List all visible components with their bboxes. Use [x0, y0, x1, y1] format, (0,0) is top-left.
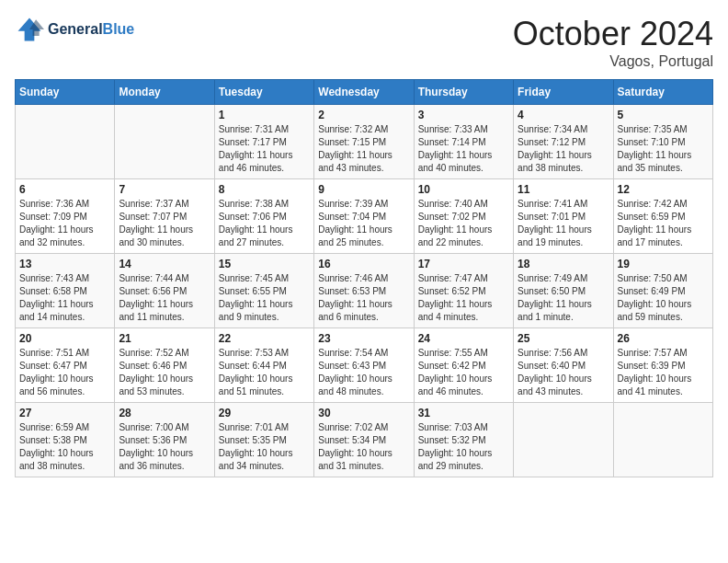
- day-info: Sunrise: 7:03 AM Sunset: 5:32 PM Dayligh…: [418, 421, 509, 473]
- week-row-5: 27Sunrise: 6:59 AM Sunset: 5:38 PM Dayli…: [16, 403, 713, 477]
- logo: GeneralBlue: [15, 15, 134, 44]
- header-tuesday: Tuesday: [214, 80, 313, 105]
- day-number: 5: [618, 109, 709, 121]
- day-cell: 25Sunrise: 7:56 AM Sunset: 6:40 PM Dayli…: [514, 328, 613, 403]
- day-info: Sunrise: 7:57 AM Sunset: 6:39 PM Dayligh…: [618, 347, 709, 398]
- day-info: Sunrise: 7:51 AM Sunset: 6:47 PM Dayligh…: [19, 347, 110, 398]
- day-cell: 21Sunrise: 7:52 AM Sunset: 6:46 PM Dayli…: [115, 328, 214, 403]
- day-number: 10: [418, 183, 509, 196]
- week-row-3: 13Sunrise: 7:43 AM Sunset: 6:58 PM Dayli…: [16, 254, 713, 328]
- header-friday: Friday: [514, 80, 613, 105]
- day-number: 30: [318, 407, 409, 419]
- day-cell: 26Sunrise: 7:57 AM Sunset: 6:39 PM Dayli…: [613, 328, 712, 403]
- day-cell: 17Sunrise: 7:47 AM Sunset: 6:52 PM Dayli…: [414, 254, 513, 328]
- day-info: Sunrise: 7:50 AM Sunset: 6:49 PM Dayligh…: [618, 272, 709, 324]
- week-row-1: 1Sunrise: 7:31 AM Sunset: 7:17 PM Daylig…: [16, 105, 713, 179]
- day-cell: 4Sunrise: 7:34 AM Sunset: 7:12 PM Daylig…: [514, 105, 613, 179]
- day-info: Sunrise: 7:44 AM Sunset: 6:56 PM Dayligh…: [119, 272, 210, 324]
- day-number: 22: [219, 332, 310, 345]
- day-cell: 2Sunrise: 7:32 AM Sunset: 7:15 PM Daylig…: [314, 105, 414, 179]
- day-number: 3: [418, 109, 509, 121]
- day-info: Sunrise: 6:59 AM Sunset: 5:38 PM Dayligh…: [19, 421, 110, 473]
- day-number: 14: [119, 258, 210, 270]
- day-info: Sunrise: 7:32 AM Sunset: 7:15 PM Dayligh…: [318, 123, 409, 175]
- day-number: 28: [119, 407, 210, 419]
- day-cell: 29Sunrise: 7:01 AM Sunset: 5:35 PM Dayli…: [214, 403, 313, 477]
- day-cell: 11Sunrise: 7:41 AM Sunset: 7:01 PM Dayli…: [514, 179, 613, 254]
- day-cell: [16, 105, 115, 179]
- header-sunday: Sunday: [16, 80, 115, 105]
- day-cell: 23Sunrise: 7:54 AM Sunset: 6:43 PM Dayli…: [314, 328, 414, 403]
- day-number: 29: [219, 407, 310, 419]
- day-cell: 22Sunrise: 7:53 AM Sunset: 6:44 PM Dayli…: [214, 328, 313, 403]
- day-info: Sunrise: 7:42 AM Sunset: 6:59 PM Dayligh…: [618, 198, 709, 249]
- location-subtitle: Vagos, Portugal: [513, 53, 713, 70]
- day-info: Sunrise: 7:46 AM Sunset: 6:53 PM Dayligh…: [318, 272, 409, 324]
- day-cell: 6Sunrise: 7:36 AM Sunset: 7:09 PM Daylig…: [16, 179, 115, 254]
- day-number: 7: [119, 183, 210, 196]
- day-cell: 14Sunrise: 7:44 AM Sunset: 6:56 PM Dayli…: [115, 254, 214, 328]
- day-cell: 9Sunrise: 7:39 AM Sunset: 7:04 PM Daylig…: [314, 179, 414, 254]
- header-wednesday: Wednesday: [314, 80, 414, 105]
- day-number: 31: [418, 407, 509, 419]
- day-number: 20: [19, 332, 110, 345]
- day-cell: 13Sunrise: 7:43 AM Sunset: 6:58 PM Dayli…: [16, 254, 115, 328]
- day-cell: 1Sunrise: 7:31 AM Sunset: 7:17 PM Daylig…: [214, 105, 313, 179]
- day-cell: 10Sunrise: 7:40 AM Sunset: 7:02 PM Dayli…: [414, 179, 513, 254]
- day-cell: 15Sunrise: 7:45 AM Sunset: 6:55 PM Dayli…: [214, 254, 313, 328]
- day-number: 8: [219, 183, 310, 196]
- day-number: 21: [119, 332, 210, 345]
- day-number: 11: [518, 183, 609, 196]
- day-cell: 28Sunrise: 7:00 AM Sunset: 5:36 PM Dayli…: [115, 403, 214, 477]
- day-cell: 30Sunrise: 7:02 AM Sunset: 5:34 PM Dayli…: [314, 403, 414, 477]
- day-number: 6: [19, 183, 110, 196]
- day-info: Sunrise: 7:54 AM Sunset: 6:43 PM Dayligh…: [318, 347, 409, 398]
- calendar-header-row: SundayMondayTuesdayWednesdayThursdayFrid…: [16, 80, 713, 105]
- day-info: Sunrise: 7:41 AM Sunset: 7:01 PM Dayligh…: [518, 198, 609, 249]
- day-number: 2: [318, 109, 409, 121]
- day-number: 12: [618, 183, 709, 196]
- day-number: 17: [418, 258, 509, 270]
- header-monday: Monday: [115, 80, 214, 105]
- logo-text: GeneralBlue: [48, 21, 134, 38]
- day-info: Sunrise: 7:34 AM Sunset: 7:12 PM Dayligh…: [518, 123, 609, 175]
- day-info: Sunrise: 7:33 AM Sunset: 7:14 PM Dayligh…: [418, 123, 509, 175]
- day-cell: 5Sunrise: 7:35 AM Sunset: 7:10 PM Daylig…: [613, 105, 712, 179]
- day-number: 19: [618, 258, 709, 270]
- day-cell: 18Sunrise: 7:49 AM Sunset: 6:50 PM Dayli…: [514, 254, 613, 328]
- day-info: Sunrise: 7:49 AM Sunset: 6:50 PM Dayligh…: [518, 272, 609, 324]
- day-number: 16: [318, 258, 409, 270]
- day-info: Sunrise: 7:53 AM Sunset: 6:44 PM Dayligh…: [219, 347, 310, 398]
- day-cell: 27Sunrise: 6:59 AM Sunset: 5:38 PM Dayli…: [16, 403, 115, 477]
- day-info: Sunrise: 7:31 AM Sunset: 7:17 PM Dayligh…: [219, 123, 310, 175]
- logo-icon: [15, 15, 44, 44]
- day-number: 1: [219, 109, 310, 121]
- day-cell: [115, 105, 214, 179]
- day-info: Sunrise: 7:56 AM Sunset: 6:40 PM Dayligh…: [518, 347, 609, 398]
- day-number: 9: [318, 183, 409, 196]
- day-cell: [514, 403, 613, 477]
- day-number: 13: [19, 258, 110, 270]
- month-title: October 2024: [513, 15, 713, 53]
- calendar-table: SundayMondayTuesdayWednesdayThursdayFrid…: [15, 79, 713, 477]
- day-info: Sunrise: 7:45 AM Sunset: 6:55 PM Dayligh…: [219, 272, 310, 324]
- week-row-2: 6Sunrise: 7:36 AM Sunset: 7:09 PM Daylig…: [16, 179, 713, 254]
- day-number: 25: [518, 332, 609, 345]
- day-cell: 16Sunrise: 7:46 AM Sunset: 6:53 PM Dayli…: [314, 254, 414, 328]
- day-number: 26: [618, 332, 709, 345]
- day-info: Sunrise: 7:01 AM Sunset: 5:35 PM Dayligh…: [219, 421, 310, 473]
- day-cell: 19Sunrise: 7:50 AM Sunset: 6:49 PM Dayli…: [613, 254, 712, 328]
- day-cell: 8Sunrise: 7:38 AM Sunset: 7:06 PM Daylig…: [214, 179, 313, 254]
- day-number: 4: [518, 109, 609, 121]
- day-number: 15: [219, 258, 310, 270]
- page-header: GeneralBlue October 2024 Vagos, Portugal: [15, 15, 713, 70]
- day-cell: 20Sunrise: 7:51 AM Sunset: 6:47 PM Dayli…: [16, 328, 115, 403]
- day-cell: [613, 403, 712, 477]
- day-info: Sunrise: 7:02 AM Sunset: 5:34 PM Dayligh…: [318, 421, 409, 473]
- day-info: Sunrise: 7:35 AM Sunset: 7:10 PM Dayligh…: [618, 123, 709, 175]
- day-number: 24: [418, 332, 509, 345]
- day-info: Sunrise: 7:36 AM Sunset: 7:09 PM Dayligh…: [19, 198, 110, 249]
- day-info: Sunrise: 7:55 AM Sunset: 6:42 PM Dayligh…: [418, 347, 509, 398]
- day-cell: 24Sunrise: 7:55 AM Sunset: 6:42 PM Dayli…: [414, 328, 513, 403]
- day-info: Sunrise: 7:38 AM Sunset: 7:06 PM Dayligh…: [219, 198, 310, 249]
